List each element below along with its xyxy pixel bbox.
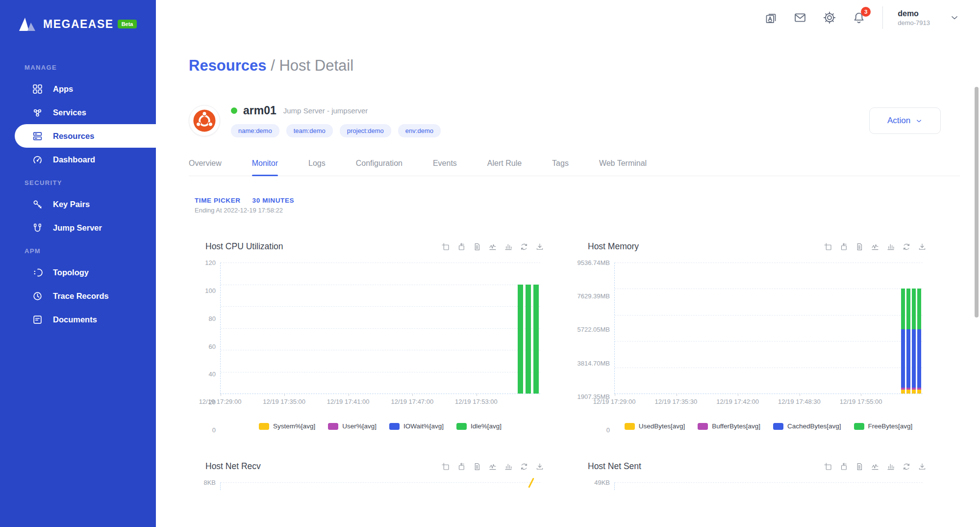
host-tags: name:demo team:demo project:demo env:dem… xyxy=(231,124,869,137)
tab-web-terminal[interactable]: Web Terminal xyxy=(599,159,647,176)
zoom-select-icon[interactable] xyxy=(441,242,450,251)
legend-item[interactable]: UsedBytes[avg] xyxy=(625,422,685,430)
sidebar-item-label: Topology xyxy=(53,268,89,277)
legend-item[interactable]: CachedBytes[avg] xyxy=(773,422,841,430)
stacked-bar xyxy=(901,289,905,394)
topbar: 3 demo demo-7913 xyxy=(156,0,980,35)
bar-chart-icon[interactable] xyxy=(504,242,513,251)
tab-configuration[interactable]: Configuration xyxy=(356,159,402,176)
bar-chart-icon[interactable] xyxy=(504,462,513,471)
download-icon[interactable] xyxy=(535,462,544,471)
avatar xyxy=(189,105,220,136)
line-chart-icon[interactable] xyxy=(488,242,497,251)
tag-team-demo: team:demo xyxy=(286,124,333,137)
tab-overview[interactable]: Overview xyxy=(189,159,222,176)
zoom-reset-icon[interactable] xyxy=(457,462,466,471)
page-title: Host Detail xyxy=(279,57,353,74)
document-icon xyxy=(32,314,43,325)
data-view-icon[interactable] xyxy=(855,462,864,471)
bar-chart-icon[interactable] xyxy=(886,462,895,471)
chart-toolbar xyxy=(441,462,544,471)
legend-item[interactable]: IOWait%[avg] xyxy=(389,422,444,430)
sidebar-item-label: Resources xyxy=(53,132,94,141)
legend-item[interactable]: System%[avg] xyxy=(259,422,315,430)
chart-host-memory: Host Memory 9536.74MB7629.39MB5722.05MB3… xyxy=(571,241,941,430)
sidebar-item-label: Apps xyxy=(53,84,73,94)
legend-item[interactable]: BufferBytes[avg] xyxy=(698,422,760,430)
user-id: demo-7913 xyxy=(898,19,930,26)
apps-icon xyxy=(32,83,43,94)
download-icon[interactable] xyxy=(918,242,927,251)
x-axis-labels: 12/19 17:29:0012/19 17:35:3012/19 17:42:… xyxy=(614,398,923,410)
chart-host-net-recv: Host Net Recv 8KB xyxy=(189,461,559,490)
bar-chart-icon[interactable] xyxy=(886,242,895,251)
data-view-icon[interactable] xyxy=(473,242,481,251)
sidebar-item-resources[interactable]: Resources xyxy=(15,124,156,148)
mail-icon[interactable] xyxy=(793,11,807,25)
x-axis-labels: 12/19 17:29:0012/19 17:35:0012/19 17:41:… xyxy=(220,398,540,410)
chevron-down-icon[interactable] xyxy=(950,13,959,23)
data-view-icon[interactable] xyxy=(473,462,481,471)
breadcrumb-separator: / xyxy=(271,57,279,74)
breadcrumb-resources-link[interactable]: Resources xyxy=(189,57,267,74)
refresh-icon[interactable] xyxy=(902,242,911,251)
sidebar-item-topology[interactable]: Topology xyxy=(0,261,156,284)
scrollbar-thumb[interactable] xyxy=(975,87,979,317)
sidebar-item-services[interactable]: Services xyxy=(0,101,156,124)
refresh-icon[interactable] xyxy=(520,462,528,471)
brand-logo[interactable]: MEGAEASE Beta xyxy=(0,0,156,32)
language-icon[interactable] xyxy=(764,11,778,25)
brand-name: MEGAEASE xyxy=(43,18,114,31)
sidebar-item-dashboard[interactable]: Dashboard xyxy=(0,148,156,171)
legend-item[interactable]: FreeBytes[avg] xyxy=(854,422,913,430)
chart-title: Host Net Sent xyxy=(588,461,641,472)
bell-icon[interactable]: 3 xyxy=(852,11,866,25)
stacked-bar xyxy=(906,289,910,394)
zoom-select-icon[interactable] xyxy=(441,462,450,471)
refresh-icon[interactable] xyxy=(520,242,528,251)
action-button[interactable]: Action xyxy=(869,107,941,134)
sidebar-item-apps[interactable]: Apps xyxy=(0,77,156,101)
zoom-select-icon[interactable] xyxy=(824,462,832,471)
user-menu[interactable]: demo demo-7913 xyxy=(898,9,930,26)
download-icon[interactable] xyxy=(535,242,544,251)
refresh-icon[interactable] xyxy=(902,462,911,471)
tab-tags[interactable]: Tags xyxy=(552,159,569,176)
sidebar: MEGAEASE Beta MANAGE Apps Services Resou… xyxy=(0,0,156,527)
chart-plot xyxy=(220,482,540,490)
sidebar-item-label: Services xyxy=(53,108,86,117)
sidebar-item-trace-records[interactable]: Trace Records xyxy=(0,284,156,308)
line-chart-icon[interactable] xyxy=(871,462,879,471)
sidebar-nav: MANAGE Apps Services Resources Dashboard xyxy=(0,56,156,331)
host-subtitle: Jump Server - jumpserver xyxy=(283,106,368,115)
sidebar-item-documents[interactable]: Documents xyxy=(0,308,156,331)
tab-monitor[interactable]: Monitor xyxy=(252,159,278,176)
user-name: demo xyxy=(898,9,930,18)
time-picker[interactable]: TIME PICKER 30 MINUTES Ending At 2022-12… xyxy=(189,197,980,214)
sidebar-item-jump-server[interactable]: Jump Server xyxy=(0,216,156,239)
sidebar-item-label: Documents xyxy=(53,315,97,324)
legend-item[interactable]: Idle%[avg] xyxy=(456,422,502,430)
download-icon[interactable] xyxy=(918,462,927,471)
zoom-reset-icon[interactable] xyxy=(839,462,848,471)
line-chart-icon[interactable] xyxy=(871,242,879,251)
gear-icon[interactable] xyxy=(823,11,836,25)
zoom-select-icon[interactable] xyxy=(824,242,832,251)
chart-plot xyxy=(614,263,923,394)
data-view-icon[interactable] xyxy=(855,242,864,251)
tab-events[interactable]: Events xyxy=(433,159,457,176)
zoom-reset-icon[interactable] xyxy=(457,242,466,251)
legend-item[interactable]: User%[avg] xyxy=(328,422,377,430)
time-picker-ending: Ending At 2022-12-19 17:58:22 xyxy=(195,207,980,214)
sidebar-item-key-pairs[interactable]: Key Pairs xyxy=(0,192,156,216)
tab-logs[interactable]: Logs xyxy=(308,159,326,176)
chart-title: Host Memory xyxy=(588,241,639,252)
charts-grid: Host CPU Utilization 120100806040200 xyxy=(189,241,980,490)
section-label-apm: APM xyxy=(0,239,156,261)
chevron-down-icon xyxy=(915,117,923,125)
sidebar-item-label: Jump Server xyxy=(53,223,102,233)
tab-alert-rule[interactable]: Alert Rule xyxy=(487,159,522,176)
line-chart-icon[interactable] xyxy=(488,462,497,471)
zoom-reset-icon[interactable] xyxy=(839,242,848,251)
page-content: Resources / Host Detail xyxy=(156,57,980,490)
